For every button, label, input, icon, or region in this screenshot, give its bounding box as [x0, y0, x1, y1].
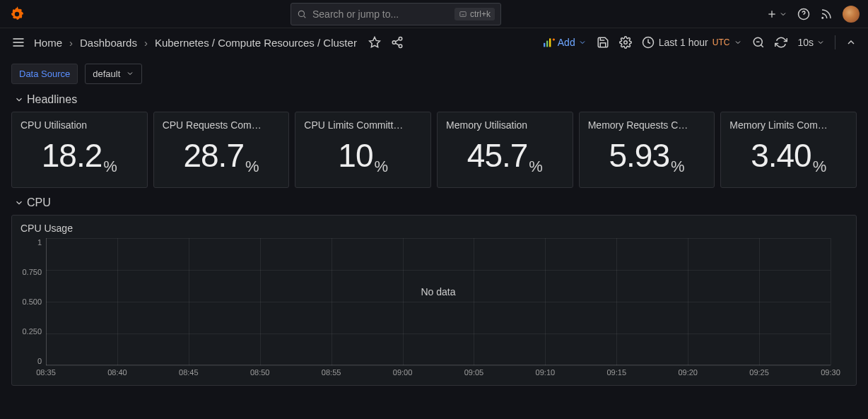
var-label-datasource: Data Source [11, 64, 78, 84]
stat-unit: % [671, 158, 685, 180]
stat-unit: % [374, 158, 388, 180]
panel-title: CPU Requests Com… [163, 119, 281, 131]
stat-unit: % [245, 158, 259, 180]
panel-cpu-requests[interactable]: CPU Requests Com… 28.7% [153, 112, 290, 188]
chevron-right-icon: › [144, 37, 148, 49]
row-cpu[interactable]: CPU [0, 188, 868, 215]
global-search[interactable]: Search or jump to... ctrl+k [291, 3, 501, 25]
panel-title: Memory Requests C… [588, 119, 706, 131]
svg-line-2 [304, 16, 306, 18]
breadcrumb: Home › Dashboards › Kubernetes / Compute… [34, 37, 357, 49]
stat-unit: % [813, 158, 827, 180]
panel-cpu-usage[interactable]: CPU Usage 1 0.750 0.500 0.250 0 No data … [11, 215, 857, 386]
no-data-message: No data [421, 286, 455, 297]
help-icon [797, 8, 810, 20]
time-picker[interactable]: Last 1 hour UTC [642, 36, 743, 49]
crumb-current: Kubernetes / Compute Resources / Cluster [155, 37, 357, 49]
x-axis: 08:3508:4008:4508:5008:5509:0009:0509:10… [46, 368, 831, 379]
chevron-right-icon: › [69, 37, 73, 49]
template-variables: Data Source default [0, 57, 868, 90]
stat-value: 10 [338, 139, 373, 172]
gear-icon [619, 36, 632, 49]
refresh-icon [775, 36, 787, 49]
settings-button[interactable] [619, 36, 632, 49]
svg-point-18 [399, 37, 402, 41]
plus-icon [766, 8, 778, 20]
stat-value: 18.2 [42, 139, 102, 172]
panel-title: CPU Limits Committ… [304, 119, 422, 131]
panel-title: CPU Usage [12, 223, 856, 238]
share-icon [391, 36, 404, 49]
svg-point-13 [822, 17, 823, 18]
svg-rect-3 [460, 11, 466, 16]
stat-value: 3.40 [751, 139, 811, 172]
menu-icon [11, 35, 25, 49]
grafana-logo[interactable] [8, 6, 25, 23]
crumb-dashboards[interactable]: Dashboards [80, 37, 137, 49]
panel-memory-requests[interactable]: Memory Requests C… 5.93% [579, 112, 715, 188]
panel-cpu-limits[interactable]: CPU Limits Committ… 10% [295, 112, 431, 188]
plot-area: No data 08:3508:4008:4508:5008:5509:0009… [46, 238, 831, 379]
chevron-down-icon [14, 95, 24, 105]
chevron-down-icon [578, 38, 587, 47]
row-headlines[interactable]: Headlines [0, 90, 868, 112]
y-axis: 1 0.750 0.500 0.250 0 [12, 238, 46, 379]
refresh-interval-picker[interactable]: 10s [797, 37, 825, 48]
search-shortcut: ctrl+k [454, 8, 495, 20]
dashboard-toolbar: Home › Dashboards › Kubernetes / Compute… [0, 28, 868, 57]
panel-title: CPU Utilisation [20, 119, 139, 131]
user-avatar[interactable] [843, 6, 860, 23]
kiosk-button[interactable] [845, 37, 857, 48]
star-icon [368, 36, 381, 49]
stat-unit: % [529, 158, 543, 180]
save-button[interactable] [597, 36, 609, 49]
share-button[interactable] [391, 36, 404, 49]
panel-cpu-utilisation[interactable]: CPU Utilisation 18.2% [11, 112, 148, 188]
crumb-home[interactable]: Home [34, 37, 62, 49]
clock-icon [642, 36, 655, 49]
zoom-out-button[interactable] [752, 36, 765, 49]
panel-memory-limits[interactable]: Memory Limits Com… 3.40% [720, 112, 857, 188]
add-panel-button[interactable]: Add [544, 37, 587, 48]
create-menu[interactable] [766, 8, 787, 20]
zoom-out-icon [752, 36, 765, 49]
refresh-button[interactable] [775, 36, 787, 49]
panel-title: Memory Utilisation [446, 119, 564, 131]
panel-add-icon [544, 37, 555, 47]
svg-point-26 [623, 41, 627, 45]
stat-value: 28.7 [183, 139, 244, 172]
svg-point-20 [399, 45, 402, 48]
svg-point-1 [298, 11, 304, 16]
panel-memory-utilisation[interactable]: Memory Utilisation 45.7% [437, 112, 573, 188]
stat-value: 45.7 [467, 139, 528, 172]
search-placeholder: Search or jump to... [312, 8, 449, 20]
stat-value: 5.93 [609, 139, 669, 172]
var-select-datasource[interactable]: default [85, 64, 142, 84]
chart-area: 1 0.750 0.500 0.250 0 No data 08:3508:40… [12, 238, 856, 379]
search-icon [297, 9, 307, 19]
chevron-down-icon [816, 38, 825, 47]
svg-point-19 [392, 41, 396, 45]
divider [835, 35, 835, 49]
panel-title: Memory Limits Com… [729, 119, 848, 131]
svg-rect-24 [546, 41, 548, 47]
news-button[interactable] [820, 8, 833, 20]
save-icon [597, 36, 609, 49]
headlines-panels: CPU Utilisation 18.2% CPU Requests Com… … [0, 112, 868, 188]
chevron-down-icon [14, 198, 24, 208]
svg-point-0 [15, 11, 19, 16]
svg-line-21 [395, 43, 399, 45]
top-bar: Search or jump to... ctrl+k [0, 0, 868, 28]
svg-line-22 [395, 40, 399, 42]
chevron-down-icon [126, 69, 134, 78]
chevron-down-icon [734, 38, 742, 47]
svg-marker-17 [369, 37, 380, 47]
svg-line-29 [761, 45, 763, 47]
svg-rect-23 [544, 43, 545, 47]
chevron-up-icon [845, 37, 857, 48]
svg-rect-25 [549, 38, 551, 47]
help-button[interactable] [797, 8, 810, 20]
rss-icon [820, 8, 833, 20]
star-button[interactable] [368, 36, 381, 49]
toggle-sidebar[interactable] [11, 35, 25, 49]
